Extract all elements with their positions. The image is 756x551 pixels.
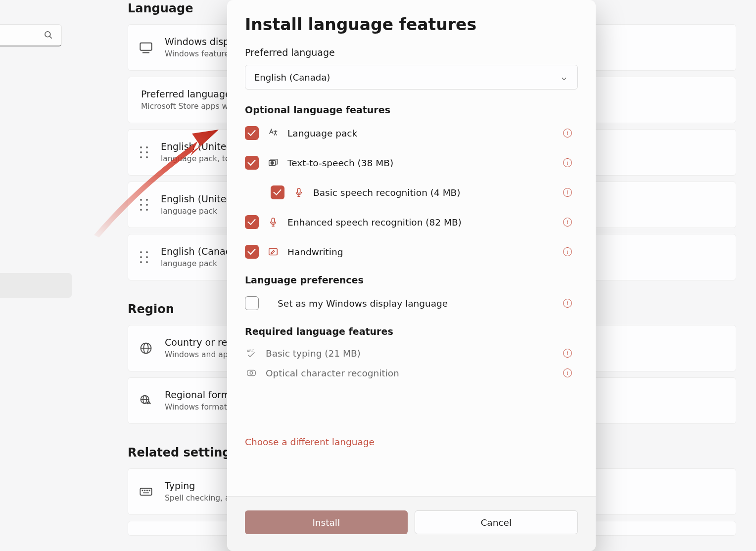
feature-label: Enhanced speech recognition (82 MB) bbox=[287, 217, 462, 228]
svg-point-13 bbox=[147, 490, 147, 491]
svg-rect-22 bbox=[247, 370, 256, 376]
feature-label: Text-to-speech (38 MB) bbox=[287, 158, 393, 168]
info-icon[interactable] bbox=[563, 299, 572, 308]
dialog-title: Install language features bbox=[245, 15, 578, 34]
drag-handle-icon[interactable] bbox=[139, 145, 149, 160]
info-icon[interactable] bbox=[563, 188, 572, 197]
info-icon[interactable] bbox=[563, 129, 572, 138]
feature-basic-speech: Basic speech recognition (4 MB) bbox=[245, 185, 578, 199]
checkbox-enhanced-speech[interactable] bbox=[245, 215, 259, 229]
feature-label: Basic speech recognition (4 MB) bbox=[313, 187, 461, 198]
group-heading-required: Required language features bbox=[245, 326, 578, 337]
info-icon[interactable] bbox=[563, 247, 572, 256]
drag-handle-icon[interactable] bbox=[139, 250, 149, 265]
drag-handle-icon[interactable] bbox=[139, 197, 149, 212]
dialog-footer: Install Cancel bbox=[227, 496, 596, 551]
preferred-language-label: Preferred language bbox=[245, 47, 578, 58]
cancel-button[interactable]: Cancel bbox=[415, 510, 578, 534]
settings-sidebar bbox=[0, 0, 79, 551]
tts-icon bbox=[268, 157, 279, 168]
checkbox-handwriting[interactable] bbox=[245, 245, 259, 259]
info-icon[interactable] bbox=[563, 349, 572, 358]
feature-label: Set as my Windows display language bbox=[278, 298, 448, 309]
search-input[interactable] bbox=[0, 24, 62, 46]
feature-label: Basic typing (21 MB) bbox=[266, 348, 361, 359]
feature-label: Language pack bbox=[287, 128, 357, 138]
feature-basic-typing: ABC Basic typing (21 MB) bbox=[245, 348, 578, 359]
feature-enhanced-speech: Enhanced speech recognition (82 MB) bbox=[245, 215, 578, 229]
checkbox-tts[interactable] bbox=[245, 156, 259, 170]
mic-icon bbox=[268, 217, 279, 228]
svg-rect-20 bbox=[269, 249, 278, 255]
svg-point-0 bbox=[45, 32, 50, 37]
group-heading-preferences: Language preferences bbox=[245, 275, 578, 285]
info-icon[interactable] bbox=[563, 158, 572, 167]
info-icon[interactable] bbox=[563, 368, 572, 377]
keyboard-icon bbox=[139, 485, 153, 499]
feature-text-to-speech: Text-to-speech (38 MB) bbox=[245, 156, 578, 170]
sidebar-item-active[interactable] bbox=[0, 273, 72, 298]
feature-label: Optical character recognition bbox=[266, 368, 399, 378]
dropdown-value: English (Canada) bbox=[254, 72, 330, 83]
feature-language-pack: Language pack bbox=[245, 126, 578, 140]
feature-ocr: Optical character recognition bbox=[245, 367, 578, 378]
svg-point-17 bbox=[271, 162, 274, 165]
feature-handwriting: Handwriting bbox=[245, 245, 578, 259]
handwriting-icon bbox=[268, 246, 279, 257]
globe-icon bbox=[139, 341, 153, 355]
svg-rect-2 bbox=[140, 43, 151, 50]
chevron-down-icon bbox=[561, 74, 567, 81]
language-dropdown[interactable]: English (Canada) bbox=[245, 65, 578, 90]
install-language-dialog: Install language features Preferred lang… bbox=[227, 0, 596, 551]
checkbox-basic-speech[interactable] bbox=[271, 185, 284, 199]
svg-point-12 bbox=[144, 490, 145, 491]
checkbox-set-display[interactable] bbox=[245, 296, 259, 310]
globe-translate-icon bbox=[139, 394, 153, 408]
feature-label: Handwriting bbox=[287, 247, 343, 257]
svg-rect-18 bbox=[297, 188, 300, 193]
checkbox-language-pack[interactable] bbox=[245, 126, 259, 140]
choose-different-language-link[interactable]: Choose a different language bbox=[245, 437, 375, 447]
svg-line-1 bbox=[50, 37, 52, 39]
monitor-icon bbox=[139, 41, 153, 54]
typing-icon: ABC bbox=[246, 348, 257, 359]
info-icon[interactable] bbox=[563, 218, 572, 227]
svg-point-11 bbox=[142, 490, 142, 491]
ocr-icon bbox=[246, 367, 257, 378]
mic-icon bbox=[293, 187, 304, 198]
group-heading-optional: Optional language features bbox=[245, 104, 578, 115]
svg-point-23 bbox=[250, 371, 253, 374]
install-button[interactable]: Install bbox=[245, 510, 408, 534]
svg-point-14 bbox=[149, 490, 149, 491]
search-icon bbox=[44, 30, 53, 40]
feature-set-display-language: Set as my Windows display language bbox=[245, 296, 578, 310]
svg-rect-19 bbox=[272, 218, 275, 223]
svg-text:ABC: ABC bbox=[247, 349, 254, 353]
svg-rect-10 bbox=[140, 488, 151, 495]
language-pack-icon bbox=[268, 128, 279, 138]
